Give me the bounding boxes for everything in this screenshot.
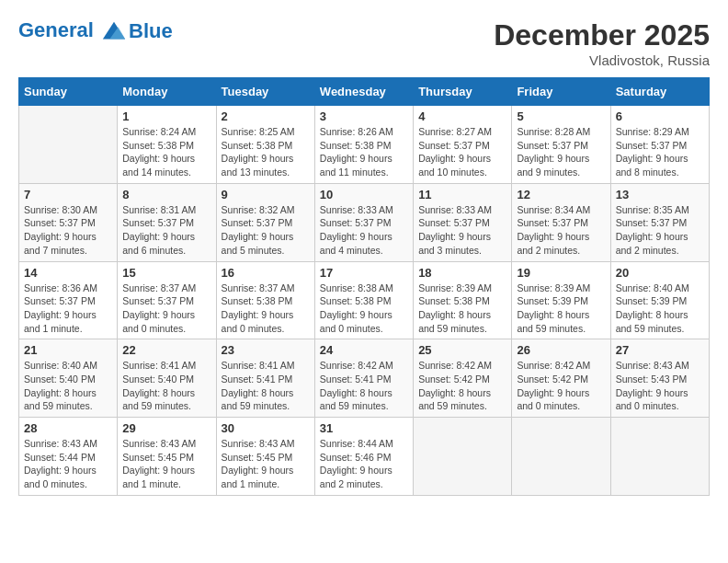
- weekday-header-saturday: Saturday: [610, 78, 709, 106]
- day-number: 4: [418, 109, 506, 123]
- day-info: Sunrise: 8:43 AMSunset: 5:44 PMDaylight:…: [24, 437, 112, 491]
- day-info: Sunrise: 8:42 AMSunset: 5:42 PMDaylight:…: [517, 359, 605, 413]
- day-number: 10: [320, 188, 408, 201]
- logo-icon: [101, 18, 127, 44]
- calendar-week-4: 21Sunrise: 8:40 AMSunset: 5:40 PMDayligh…: [19, 339, 710, 418]
- page-header: General Blue December 2025 Vladivostok, …: [18, 18, 710, 68]
- day-info: Sunrise: 8:43 AMSunset: 5:43 PMDaylight:…: [616, 359, 704, 413]
- day-number: 19: [517, 266, 605, 280]
- calendar-cell: 5Sunrise: 8:28 AMSunset: 5:37 PMDaylight…: [512, 106, 610, 184]
- day-info: Sunrise: 8:41 AMSunset: 5:41 PMDaylight:…: [222, 359, 310, 413]
- calendar-cell: 20Sunrise: 8:40 AMSunset: 5:39 PMDayligh…: [610, 261, 709, 339]
- day-info: Sunrise: 8:35 AMSunset: 5:37 PMDaylight:…: [616, 203, 704, 258]
- day-number: 14: [24, 266, 112, 280]
- day-number: 21: [24, 343, 112, 357]
- day-number: 24: [320, 343, 408, 357]
- day-number: 12: [517, 188, 605, 201]
- calendar-cell: 10Sunrise: 8:33 AMSunset: 5:37 PMDayligh…: [314, 183, 413, 261]
- calendar-week-1: 1Sunrise: 8:24 AMSunset: 5:38 PMDaylight…: [19, 106, 710, 184]
- day-number: 31: [320, 421, 408, 435]
- day-info: Sunrise: 8:31 AMSunset: 5:37 PMDaylight:…: [122, 203, 210, 258]
- calendar-cell: 4Sunrise: 8:27 AMSunset: 5:37 PMDaylight…: [414, 106, 512, 184]
- calendar-cell: 19Sunrise: 8:39 AMSunset: 5:39 PMDayligh…: [512, 261, 610, 339]
- day-info: Sunrise: 8:41 AMSunset: 5:40 PMDaylight:…: [122, 359, 210, 413]
- logo-general: General: [18, 18, 94, 41]
- weekday-header-wednesday: Wednesday: [314, 78, 413, 106]
- day-number: 26: [517, 343, 605, 357]
- day-number: 23: [222, 343, 310, 357]
- day-number: 29: [122, 421, 210, 435]
- day-info: Sunrise: 8:32 AMSunset: 5:37 PMDaylight:…: [222, 203, 310, 258]
- day-info: Sunrise: 8:43 AMSunset: 5:45 PMDaylight:…: [122, 437, 210, 491]
- day-number: 15: [122, 266, 210, 280]
- calendar-cell: [610, 418, 709, 496]
- calendar-cell: 21Sunrise: 8:40 AMSunset: 5:40 PMDayligh…: [19, 339, 118, 418]
- calendar-cell: 6Sunrise: 8:29 AMSunset: 5:37 PMDaylight…: [610, 106, 709, 184]
- weekday-header-monday: Monday: [118, 78, 216, 106]
- day-info: Sunrise: 8:40 AMSunset: 5:39 PMDaylight:…: [616, 282, 704, 336]
- day-number: 11: [418, 188, 506, 201]
- calendar-cell: 7Sunrise: 8:30 AMSunset: 5:37 PMDaylight…: [19, 183, 118, 261]
- logo: General Blue: [18, 18, 173, 44]
- calendar-cell: 22Sunrise: 8:41 AMSunset: 5:40 PMDayligh…: [118, 339, 216, 418]
- calendar-cell: 9Sunrise: 8:32 AMSunset: 5:37 PMDaylight…: [216, 183, 314, 261]
- calendar-cell: 1Sunrise: 8:24 AMSunset: 5:38 PMDaylight…: [118, 106, 216, 184]
- calendar-week-2: 7Sunrise: 8:30 AMSunset: 5:37 PMDaylight…: [19, 183, 710, 261]
- day-info: Sunrise: 8:37 AMSunset: 5:37 PMDaylight:…: [122, 282, 210, 336]
- day-number: 16: [222, 266, 310, 280]
- day-info: Sunrise: 8:39 AMSunset: 5:38 PMDaylight:…: [418, 282, 506, 336]
- weekday-header-friday: Friday: [512, 78, 610, 106]
- calendar-cell: 18Sunrise: 8:39 AMSunset: 5:38 PMDayligh…: [414, 261, 512, 339]
- calendar-table: SundayMondayTuesdayWednesdayThursdayFrid…: [18, 77, 710, 496]
- calendar-cell: 17Sunrise: 8:38 AMSunset: 5:38 PMDayligh…: [314, 261, 413, 339]
- day-info: Sunrise: 8:39 AMSunset: 5:39 PMDaylight:…: [517, 282, 605, 336]
- weekday-header-thursday: Thursday: [414, 78, 512, 106]
- day-info: Sunrise: 8:34 AMSunset: 5:37 PMDaylight:…: [517, 203, 605, 258]
- day-number: 3: [320, 109, 408, 123]
- day-number: 13: [616, 188, 704, 201]
- calendar-cell: 16Sunrise: 8:37 AMSunset: 5:38 PMDayligh…: [216, 261, 314, 339]
- day-info: Sunrise: 8:36 AMSunset: 5:37 PMDaylight:…: [24, 282, 112, 336]
- day-info: Sunrise: 8:26 AMSunset: 5:38 PMDaylight:…: [320, 125, 408, 179]
- day-number: 7: [24, 188, 112, 201]
- day-info: Sunrise: 8:43 AMSunset: 5:45 PMDaylight:…: [222, 437, 310, 491]
- calendar-cell: 30Sunrise: 8:43 AMSunset: 5:45 PMDayligh…: [216, 418, 314, 496]
- day-number: 8: [122, 188, 210, 201]
- day-info: Sunrise: 8:24 AMSunset: 5:38 PMDaylight:…: [122, 125, 210, 179]
- day-info: Sunrise: 8:40 AMSunset: 5:40 PMDaylight:…: [24, 359, 112, 413]
- calendar-cell: 31Sunrise: 8:44 AMSunset: 5:46 PMDayligh…: [314, 418, 413, 496]
- day-info: Sunrise: 8:44 AMSunset: 5:46 PMDaylight:…: [320, 437, 408, 491]
- calendar-cell: 28Sunrise: 8:43 AMSunset: 5:44 PMDayligh…: [19, 418, 118, 496]
- day-number: 27: [616, 343, 704, 357]
- day-info: Sunrise: 8:27 AMSunset: 5:37 PMDaylight:…: [418, 125, 506, 179]
- calendar-cell: 3Sunrise: 8:26 AMSunset: 5:38 PMDaylight…: [314, 106, 413, 184]
- day-info: Sunrise: 8:29 AMSunset: 5:37 PMDaylight:…: [616, 125, 704, 179]
- calendar-cell: 12Sunrise: 8:34 AMSunset: 5:37 PMDayligh…: [512, 183, 610, 261]
- calendar-cell: 25Sunrise: 8:42 AMSunset: 5:42 PMDayligh…: [414, 339, 512, 418]
- weekday-header-sunday: Sunday: [19, 78, 118, 106]
- calendar-cell: [512, 418, 610, 496]
- day-info: Sunrise: 8:42 AMSunset: 5:42 PMDaylight:…: [418, 359, 506, 413]
- calendar-cell: [414, 418, 512, 496]
- logo-blue: Blue: [129, 19, 173, 43]
- title-block: December 2025 Vladivostok, Russia: [494, 18, 710, 68]
- day-number: 5: [517, 109, 605, 123]
- calendar-cell: 15Sunrise: 8:37 AMSunset: 5:37 PMDayligh…: [118, 261, 216, 339]
- location-subtitle: Vladivostok, Russia: [494, 52, 710, 68]
- calendar-cell: 14Sunrise: 8:36 AMSunset: 5:37 PMDayligh…: [19, 261, 118, 339]
- day-number: 1: [122, 109, 210, 123]
- day-info: Sunrise: 8:33 AMSunset: 5:37 PMDaylight:…: [320, 203, 408, 258]
- day-info: Sunrise: 8:42 AMSunset: 5:41 PMDaylight:…: [320, 359, 408, 413]
- calendar-week-3: 14Sunrise: 8:36 AMSunset: 5:37 PMDayligh…: [19, 261, 710, 339]
- day-number: 18: [418, 266, 506, 280]
- calendar-cell: 29Sunrise: 8:43 AMSunset: 5:45 PMDayligh…: [118, 418, 216, 496]
- calendar-cell: 11Sunrise: 8:33 AMSunset: 5:37 PMDayligh…: [414, 183, 512, 261]
- calendar-cell: [19, 106, 118, 184]
- day-info: Sunrise: 8:38 AMSunset: 5:38 PMDaylight:…: [320, 282, 408, 336]
- calendar-cell: 27Sunrise: 8:43 AMSunset: 5:43 PMDayligh…: [610, 339, 709, 418]
- day-number: 20: [616, 266, 704, 280]
- calendar-cell: 2Sunrise: 8:25 AMSunset: 5:38 PMDaylight…: [216, 106, 314, 184]
- calendar-cell: 8Sunrise: 8:31 AMSunset: 5:37 PMDaylight…: [118, 183, 216, 261]
- calendar-week-5: 28Sunrise: 8:43 AMSunset: 5:44 PMDayligh…: [19, 418, 710, 496]
- day-number: 9: [222, 188, 310, 201]
